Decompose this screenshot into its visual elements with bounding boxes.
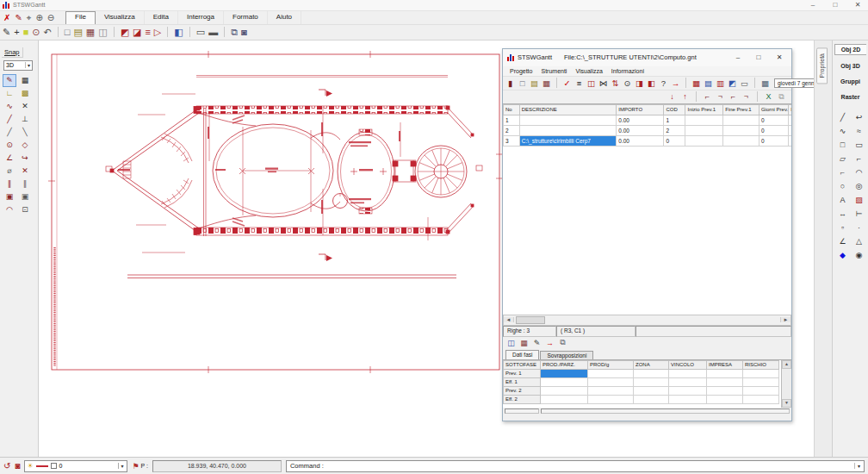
scrollbar-thumb[interactable] [516,316,545,324]
cell[interactable]: 0 [759,135,788,146]
export-drawing-icon[interactable]: ◫ [98,27,107,38]
panel-obj-2d[interactable]: Obj 2D [834,44,866,55]
snap-nearest-icon[interactable]: ∿ [3,101,16,112]
snap-endpoint-icon[interactable]: ╱ [3,114,16,125]
cell[interactable] [707,377,743,386]
properties-tab[interactable]: Proprietà [816,47,828,84]
layer-combobox[interactable]: ☀ 0 ▾ [24,460,127,472]
chevron-down-icon[interactable]: ▾ [25,62,30,68]
region-icon[interactable]: ▫ [836,221,849,234]
snap-extension-icon[interactable]: ╲ [19,127,31,138]
menu-file[interactable]: File [65,11,96,24]
replace-icon[interactable]: ◧ [647,78,656,88]
cell[interactable]: Prev. 1 [504,369,541,377]
cell[interactable]: Eff. 2 [504,395,541,403]
calendar-edit-icon[interactable]: ▦ [519,339,529,347]
cell[interactable]: 0 [664,135,685,146]
dimension-icon[interactable]: ↔ [836,208,849,220]
polygon-icon[interactable]: ⌐ [852,153,865,165]
snap-freehand-icon[interactable]: ✎ [3,75,16,86]
dialog-maximize-icon[interactable]: □ [751,53,766,61]
cell[interactable]: Prev. 2 [504,386,541,395]
menu-aiuto[interactable]: Aiuto [268,11,301,24]
column-header[interactable]: No [504,104,520,115]
triangle-icon[interactable]: △ [852,235,865,247]
snap-hatch-icon[interactable]: ▩ [19,88,31,99]
cell[interactable]: 0 [759,125,788,135]
cell[interactable] [707,369,743,377]
phases-table[interactable]: NoDESCRIZIONEIMPORTOCODInizio Prev.1Fine… [503,103,791,315]
zoom-window-icon[interactable]: ⌖ [27,13,32,22]
cell[interactable] [634,395,669,403]
cell[interactable]: 3 [504,135,520,146]
print-report-icon[interactable]: ▭ [740,78,749,88]
panel-gruppi[interactable]: Gruppi [834,77,866,86]
snap-node-icon[interactable]: ▣ [3,191,16,203]
close-icon[interactable]: ✕ [850,1,865,9]
cell[interactable] [685,115,723,125]
columns-icon[interactable]: ◫ [586,78,596,88]
point-icon[interactable]: · [852,221,865,234]
menu-formato[interactable]: Formato [224,11,268,24]
undo-icon[interactable]: ↶ [44,27,52,38]
check-icon[interactable]: ✓ [562,78,572,88]
rows-icon[interactable]: ≡ [574,78,584,88]
copy-page-icon[interactable]: ⧉ [558,338,567,347]
cell[interactable] [541,377,588,386]
snap-insert-icon[interactable]: ▣ [19,191,31,203]
snap-arc-icon[interactable]: ◠ [3,204,16,215]
cell[interactable] [723,135,760,146]
redraw-all-icon[interactable]: ◙ [15,461,20,471]
move-up-icon[interactable]: ↑ [680,92,690,101]
column-header[interactable]: Inizio Prev.1 [685,104,723,115]
column-header[interactable]: PROD./PARZ. [541,360,588,369]
snap-grid-icon[interactable]: ▦ [19,75,31,86]
excel-export-icon[interactable]: X [764,92,773,101]
column-header[interactable]: RISCHIO [743,360,779,369]
cell[interactable]: Eff. 1 [504,377,541,386]
column-header[interactable]: Fine Prev.1 [723,104,760,115]
save-icon[interactable]: ▦ [542,78,551,88]
regen-icon[interactable]: ↺ [3,461,10,471]
solid-icon[interactable]: ◆ [836,249,849,261]
box-icon[interactable]: ▭ [852,139,865,151]
new-icon[interactable]: □ [518,78,527,88]
menu-edita[interactable]: Edita [145,11,178,24]
vertical-scrollbar[interactable]: ▲ ▼ [781,360,791,408]
minimize-icon[interactable]: – [805,1,821,9]
save-drawing-icon[interactable]: ▦ [86,27,95,38]
snap-parallel2-icon[interactable]: ∥ [19,178,31,190]
view-icon[interactable]: ◉ [852,249,865,261]
cell[interactable] [789,135,791,146]
cell[interactable] [669,377,707,386]
zoom-in-icon[interactable]: ⊕ [35,13,42,22]
cell[interactable] [743,377,779,386]
link-icon[interactable]: ⋈ [598,78,608,88]
tab-sovrapposizioni[interactable]: Sovrapposizioni [540,351,593,359]
sort-icon[interactable]: ⇅ [611,78,620,88]
export-entities-icon[interactable]: ◪ [133,27,141,38]
cell[interactable] [789,125,791,135]
edit-phase-icon[interactable]: ✎ [532,339,542,347]
dialog-menu-informazioni[interactable]: Informazioni [608,68,648,74]
find-doc-icon[interactable]: ◨ [635,78,644,88]
table-view-icon[interactable]: ◫ [506,339,516,347]
cell[interactable] [685,125,723,135]
snap-parallel-icon[interactable]: ∥ [3,178,16,190]
import-entities-icon[interactable]: ◩ [121,27,129,38]
cell[interactable] [541,369,588,377]
scroll-right-icon[interactable]: ► [780,317,790,322]
cell[interactable]: 0.00 [617,115,664,125]
cell[interactable] [588,386,634,395]
copy-grid-icon[interactable]: ⧉ [777,92,786,102]
cell[interactable] [588,395,634,403]
cell[interactable] [669,369,707,377]
zoom-out-icon[interactable]: ⊖ [47,13,54,22]
column-header[interactable]: SOTTOFASE [504,360,541,369]
snap-origin-icon[interactable]: ∟ [3,88,16,99]
find-icon[interactable]: ⊙ [623,78,632,88]
snap-perpendicular-icon[interactable]: ⊥ [19,114,31,125]
cell[interactable]: 2 [664,125,685,135]
menu-visualizza[interactable]: Visualizza [96,11,145,24]
command-input[interactable]: Command : ▾ [286,460,865,472]
